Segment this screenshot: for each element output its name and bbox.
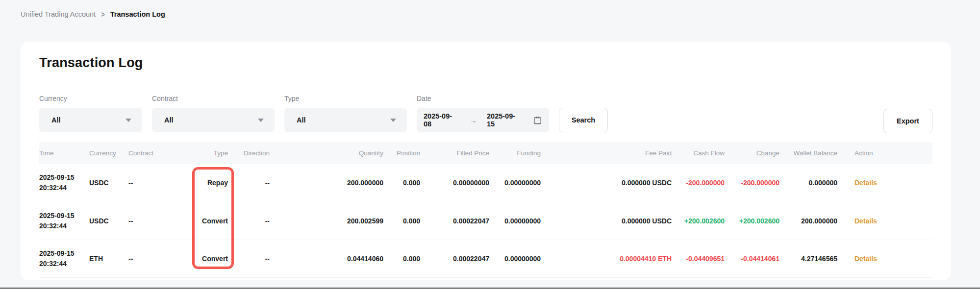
cell-funding: 0.00000000 xyxy=(489,164,541,202)
cell-time: 2025-09-15 20:32:44 xyxy=(39,202,89,240)
col-header-time: Time xyxy=(39,142,89,164)
table-row: 2025-09-15 20:32:44 ETH -- Convert -- 0.… xyxy=(39,240,932,277)
cell-type: Convert xyxy=(186,240,228,277)
col-header-cash-flow: Cash Flow xyxy=(672,142,725,164)
col-header-position: Position xyxy=(383,142,420,164)
col-header-direction: Direction xyxy=(228,142,270,164)
breadcrumb-chevron-icon: > xyxy=(101,10,105,19)
col-header-wallet-balance: Wallet Balance xyxy=(779,142,837,164)
cell-wallet-balance: 0.000000 xyxy=(779,164,837,202)
breadcrumb-parent-link[interactable]: Unified Trading Account xyxy=(21,10,96,18)
cell-direction: -- xyxy=(228,240,270,277)
cell-contract: -- xyxy=(128,240,186,277)
search-button[interactable]: Search xyxy=(559,108,608,132)
date-range-arrow-icon: → xyxy=(470,116,477,124)
cell-time-date: 2025-09-15 xyxy=(39,248,89,259)
cell-contract: -- xyxy=(128,202,186,240)
export-button[interactable]: Export xyxy=(883,109,932,133)
cell-cash-flow: +200.002600 xyxy=(672,202,725,240)
window-bottom-strip xyxy=(0,289,980,292)
transaction-log-card: Transaction Log Currency All Contract Al… xyxy=(21,42,951,280)
cell-funding: 0.00000000 xyxy=(489,202,541,240)
cell-time: 2025-09-15 20:32:44 xyxy=(39,240,89,277)
calendar-icon xyxy=(533,116,542,125)
contract-filter-value: All xyxy=(164,116,174,124)
cell-quantity: 200.000000 xyxy=(270,164,383,202)
table-row: 2025-09-15 20:32:44 USDC -- Convert -- 2… xyxy=(39,202,932,240)
cell-wallet-balance: 4.27146565 xyxy=(779,240,837,277)
cell-funding: 0.00000000 xyxy=(489,240,541,277)
type-filter-group: Type All xyxy=(284,95,407,132)
cell-cash-flow: -200.000000 xyxy=(672,164,725,202)
transaction-table: Time Currency Contract Type Direction Qu… xyxy=(39,142,932,278)
details-link[interactable]: Details xyxy=(854,179,877,187)
col-header-funding: Funding xyxy=(489,142,541,164)
cell-filled-price: 0.00022047 xyxy=(420,202,489,240)
cell-direction: -- xyxy=(228,164,270,202)
date-range-picker[interactable]: 2025-09-08 → 2025-09-15 xyxy=(417,108,549,132)
cell-type: Repay xyxy=(186,164,228,202)
contract-filter-select[interactable]: All xyxy=(152,108,275,132)
date-start-value: 2025-09-08 xyxy=(424,112,460,128)
cell-fee-paid: 0.000000 USDC xyxy=(541,202,672,240)
currency-filter-label: Currency xyxy=(39,95,142,102)
cell-change: +200.002600 xyxy=(725,202,779,240)
cell-position: 0.000 xyxy=(383,202,420,240)
type-filter-label: Type xyxy=(284,95,407,102)
col-header-currency: Currency xyxy=(89,142,128,164)
cell-currency: USDC xyxy=(89,164,128,202)
date-end-value: 2025-09-15 xyxy=(487,112,523,128)
type-filter-select[interactable]: All xyxy=(284,108,407,132)
cell-time-clock: 20:32:44 xyxy=(39,183,89,193)
cell-direction: -- xyxy=(228,202,270,240)
currency-filter-group: Currency All xyxy=(39,95,142,132)
col-header-action: Action xyxy=(837,142,932,164)
chevron-down-icon xyxy=(390,119,396,122)
cell-type: Convert xyxy=(186,202,228,240)
cell-time-clock: 20:32:44 xyxy=(39,221,89,231)
contract-filter-label: Contract xyxy=(152,95,275,102)
cell-position: 0.000 xyxy=(383,240,420,277)
chevron-down-icon xyxy=(258,119,264,122)
cell-wallet-balance: 200.000000 xyxy=(779,202,837,240)
cell-filled-price: 0.00022047 xyxy=(420,240,489,277)
cell-filled-price: 0.00000000 xyxy=(420,164,489,202)
breadcrumb-current: Transaction Log xyxy=(110,10,165,18)
cell-contract: -- xyxy=(128,164,186,202)
cell-time: 2025-09-15 20:32:44 xyxy=(39,164,89,202)
cell-fee-paid: 0.00004410 ETH xyxy=(541,240,672,277)
cell-currency: ETH xyxy=(89,240,128,277)
cell-position: 0.000 xyxy=(383,164,420,202)
col-header-quantity: Quantity xyxy=(270,142,383,164)
filter-bar: Currency All Contract All Type All Date … xyxy=(39,95,932,132)
cell-time-date: 2025-09-15 xyxy=(39,211,89,221)
col-header-contract: Contract xyxy=(128,142,186,164)
currency-filter-value: All xyxy=(51,116,61,124)
cell-cash-flow: -0.04409651 xyxy=(672,240,725,277)
cell-currency: USDC xyxy=(89,202,128,240)
currency-filter-select[interactable]: All xyxy=(39,108,142,132)
cell-quantity: 200.002599 xyxy=(270,202,383,240)
cell-change: -0.04414061 xyxy=(725,240,779,277)
cell-time-clock: 20:32:44 xyxy=(39,259,89,269)
cell-time-date: 2025-09-15 xyxy=(39,172,89,183)
cell-quantity: 0.04414060 xyxy=(270,240,383,277)
col-header-fee-paid: Fee Paid xyxy=(541,142,672,164)
details-link[interactable]: Details xyxy=(854,217,877,225)
table-header-row: Time Currency Contract Type Direction Qu… xyxy=(39,142,932,164)
date-filter-group: Date 2025-09-08 → 2025-09-15 xyxy=(417,95,549,132)
details-link[interactable]: Details xyxy=(854,255,877,263)
type-filter-value: All xyxy=(297,116,306,124)
col-header-filled-price: Filled Price xyxy=(420,142,489,164)
date-filter-label: Date xyxy=(417,95,549,102)
table-row: 2025-09-15 20:32:44 USDC -- Repay -- 200… xyxy=(39,164,932,202)
cell-change: -200.000000 xyxy=(725,164,779,202)
col-header-type: Type xyxy=(186,142,228,164)
col-header-change: Change xyxy=(725,142,779,164)
breadcrumb: Unified Trading Account > Transaction Lo… xyxy=(21,10,165,18)
contract-filter-group: Contract All xyxy=(152,95,275,132)
page-title: Transaction Log xyxy=(39,42,932,71)
chevron-down-icon xyxy=(126,119,131,122)
cell-fee-paid: 0.000000 USDC xyxy=(541,164,672,202)
